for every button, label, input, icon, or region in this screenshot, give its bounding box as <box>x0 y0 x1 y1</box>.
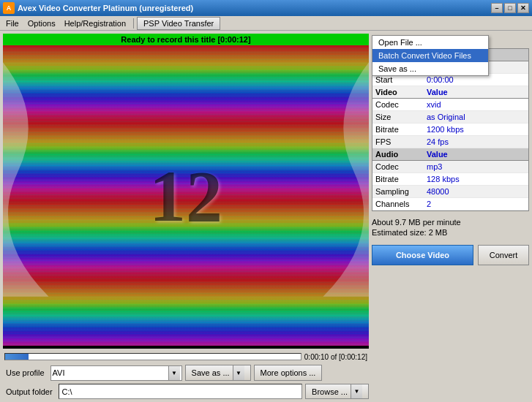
video-header-name: Video <box>372 86 424 98</box>
open-file-menu-item[interactable]: Open File ... <box>372 36 488 49</box>
video-fps-row: FPS 24 fps <box>372 136 528 148</box>
estimate-per-minute: About 9.7 MB per minute <box>372 217 529 227</box>
save-as-menu-item[interactable]: Save as ... <box>372 62 488 75</box>
menu-options[interactable]: Options <box>23 18 60 29</box>
audio-header-name: Audio <box>372 148 424 160</box>
left-panel: Ready to record this title [0:00:12] 12 … <box>3 34 369 399</box>
output-folder-label: Output folder <box>3 386 56 398</box>
window-controls: – □ ✕ <box>491 3 529 13</box>
convert-button[interactable]: Convert <box>478 245 529 265</box>
choose-video-button[interactable]: Choose Video <box>372 245 473 265</box>
audio-header-val: Value <box>424 148 528 160</box>
output-path-input[interactable] <box>59 384 303 399</box>
menubar: File Options Help/Registration PSP Video… <box>0 16 532 31</box>
audio-section-header: Audio Value <box>372 148 528 161</box>
progress-bar[interactable] <box>4 353 301 360</box>
video-codec-row: Codec xvid <box>372 99 528 111</box>
profile-dropdown-arrow: ▼ <box>168 366 180 380</box>
profile-dropdown-value: AVI <box>53 368 65 377</box>
progress-area: 0:00:10 of [0:00:12] <box>3 352 369 362</box>
browse-button[interactable]: Browse ... ▼ <box>305 384 369 399</box>
video-bitrate-row: Bitrate 1200 kbps <box>372 124 528 136</box>
profile-dropdown[interactable]: AVI ▼ <box>50 365 182 381</box>
audio-codec-row: Codec mp3 <box>372 161 528 173</box>
video-status-bar: Ready to record this title [0:00:12] <box>3 34 369 45</box>
video-container: Ready to record this title [0:00:12] 12 <box>3 34 369 349</box>
audio-bitrate-row: Bitrate 128 kbps <box>372 173 528 186</box>
profile-row: Use profile AVI ▼ Save as ... ▼ More opt… <box>3 365 369 381</box>
batch-convert-menu-item[interactable]: Batch Convert Video Files <box>372 49 488 62</box>
audio-channels-row: Channels 2 <box>372 198 528 211</box>
main-content: Ready to record this title [0:00:12] 12 … <box>0 31 532 402</box>
right-panel: Convert To: Time Value Duration Full Sta… <box>372 34 529 399</box>
more-options-button[interactable]: More options ... <box>254 365 323 381</box>
video-size-row: Size as Original <box>372 111 528 124</box>
app-icon: A <box>3 2 15 14</box>
browse-arrow: ▼ <box>351 384 362 398</box>
estimate-area: About 9.7 MB per minute Estimated size: … <box>372 214 529 240</box>
menu-file[interactable]: File <box>1 18 23 29</box>
estimate-size: Estimated size: 2 MB <box>372 227 529 238</box>
progress-fill <box>5 354 29 360</box>
output-folder-row: Output folder Browse ... ▼ <box>3 384 369 399</box>
progress-time: 0:00:10 of [0:00:12] <box>304 353 367 361</box>
close-button[interactable]: ✕ <box>517 3 529 13</box>
save-as-button[interactable]: Save as ... ▼ <box>185 365 251 381</box>
maximize-button[interactable]: □ <box>504 3 516 13</box>
video-header-val: Value <box>424 86 528 98</box>
save-as-arrow: ▼ <box>233 365 244 380</box>
audio-sampling-row: Sampling 48000 <box>372 186 528 198</box>
action-buttons: Choose Video Convert <box>372 245 529 265</box>
window-title: Avex Video Converter Platinum (unregiste… <box>18 4 491 12</box>
video-preview: 12 <box>3 45 369 346</box>
menu-help[interactable]: Help/Registration <box>60 18 130 29</box>
menu-separator <box>133 18 134 29</box>
titlebar: A Avex Video Converter Platinum (unregis… <box>0 0 532 16</box>
video-section-header: Video Value <box>372 86 528 99</box>
video-number: 12 <box>149 153 222 238</box>
menu-psp-transfer[interactable]: PSP Video Transfer <box>137 17 220 30</box>
profile-label: Use profile <box>3 367 48 379</box>
minimize-button[interactable]: – <box>491 3 503 13</box>
choose-video-dropdown-menu: Open File ... Batch Convert Video Files … <box>372 35 489 76</box>
